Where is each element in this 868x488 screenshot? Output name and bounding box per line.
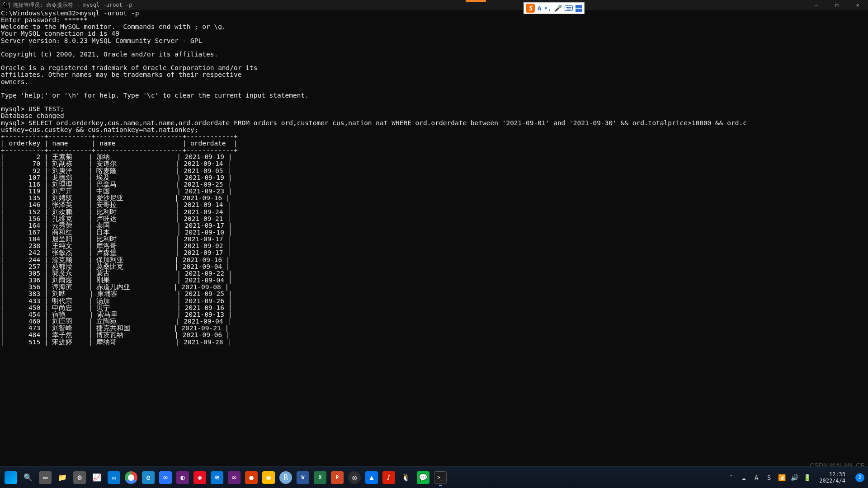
battery-icon[interactable]: 🔋 [803, 474, 811, 482]
close-button[interactable]: ✕ [847, 0, 868, 10]
ime-letter-icon[interactable]: A [752, 474, 760, 482]
pycharm-icon[interactable]: ◉ [262, 471, 275, 484]
terminal-icon[interactable]: >_ [434, 471, 447, 484]
obs-icon[interactable]: ◎ [348, 471, 361, 484]
ime-toolbar[interactable]: S A •, 🎤 [524, 2, 585, 14]
clock[interactable]: 12:332022/4/4 [819, 471, 845, 484]
clock-time: 12:33 [819, 471, 845, 478]
todesk-icon[interactable]: ◆ [193, 471, 206, 484]
edge-icon[interactable]: e [142, 471, 155, 484]
tray-overflow-icon[interactable]: ˄ [727, 474, 735, 482]
window-titlebar: C:\ 选择管理员: 命令提示符 - mysql -uroot -p ─ ▢ ✕ [0, 0, 868, 10]
todesk2-icon[interactable]: ▲ [365, 471, 378, 484]
task-view-icon[interactable]: ▭ [39, 471, 52, 484]
quark-icon[interactable]: ◐ [176, 471, 189, 484]
cmd-icon: C:\ [3, 2, 10, 8]
sogou-logo-icon[interactable]: S [526, 4, 535, 13]
maximize-button[interactable]: ▢ [826, 0, 847, 10]
settings-icon[interactable]: ⚙ [73, 471, 86, 484]
chart-app-icon[interactable]: 📈 [90, 471, 103, 484]
ime-punct-icon[interactable]: •, [544, 5, 552, 12]
rstudio-icon[interactable]: R [279, 471, 292, 484]
wifi-icon[interactable]: 📶 [778, 474, 786, 482]
terminal-output[interactable]: C:\Windows\system32>mysql -uroot -p Ente… [0, 10, 868, 346]
wechat-icon[interactable]: 💬 [417, 471, 429, 484]
chrome-icon[interactable] [125, 471, 137, 484]
minimize-button[interactable]: ─ [806, 0, 826, 10]
tab-indicator [466, 0, 486, 2]
visual-studio-icon[interactable]: ∞ [228, 471, 241, 484]
volume-icon[interactable]: 🔊 [790, 474, 798, 482]
qq-icon[interactable]: 🐧 [400, 471, 412, 484]
word-icon[interactable]: W [297, 471, 309, 484]
excel-icon[interactable]: X [314, 471, 326, 484]
onedrive-icon[interactable]: ☁ [740, 474, 748, 482]
jupyter-icon[interactable]: ● [245, 471, 258, 484]
ime-mode-letter[interactable]: A [538, 5, 541, 12]
ime-voice-icon[interactable]: 🎤 [554, 5, 562, 12]
vscode-icon[interactable]: ≋ [211, 471, 223, 484]
sogou-tray-icon[interactable]: S [765, 474, 773, 482]
file-explorer-icon[interactable]: 📁 [56, 471, 69, 484]
powerpoint-icon[interactable]: P [331, 471, 344, 484]
search-icon[interactable]: 🔍 [22, 471, 34, 484]
baidu-netdisk-icon[interactable]: ∞ [159, 471, 172, 484]
window-title: 选择管理员: 命令提示符 - mysql -uroot -p [13, 1, 132, 9]
clock-date: 2022/4/4 [819, 478, 845, 484]
netease-music-icon[interactable]: ♪ [382, 471, 395, 484]
ime-menu-icon[interactable] [576, 5, 582, 12]
taskbar: 🔍▭📁⚙📈✉e∞◐◆≋∞●◉RWXP◎▲♪🐧💬>_ ˄☁AS📶🔊🔋12:3320… [0, 466, 868, 488]
start-button[interactable] [5, 471, 17, 484]
mail-app-icon[interactable]: ✉ [108, 471, 120, 484]
ime-keyboard-icon[interactable] [565, 5, 573, 11]
notification-badge[interactable]: 2 [855, 473, 864, 482]
